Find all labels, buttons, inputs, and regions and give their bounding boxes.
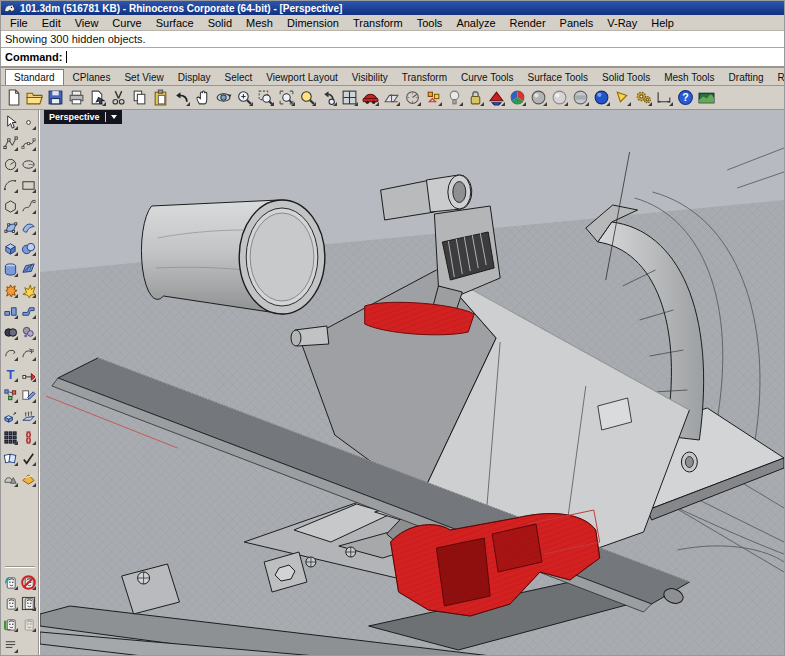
sidebar-button-fillet-bars[interactable]: [2, 303, 19, 320]
tab-display[interactable]: Display: [173, 70, 216, 85]
toolbar-button-osnap[interactable]: [423, 87, 444, 108]
chevron-down-icon[interactable]: [111, 115, 117, 119]
sidebar-button-copy-tilted[interactable]: [2, 450, 19, 467]
tab-curve-tools[interactable]: Curve Tools: [456, 70, 519, 85]
menu-tools[interactable]: Tools: [410, 16, 450, 30]
menu-view[interactable]: View: [68, 16, 106, 30]
viewport-canvas[interactable]: [40, 110, 784, 656]
toolbar-button-copy[interactable]: [129, 87, 150, 108]
toolbar-button-xray-sphere[interactable]: [570, 87, 591, 108]
sidebar-button-circle[interactable]: [2, 156, 19, 173]
toolbar-button-help[interactable]: ?: [675, 87, 696, 108]
sidebar-button-explode-orange[interactable]: [2, 282, 19, 299]
sidebar-button-change-layer[interactable]: [20, 387, 37, 404]
tab-mesh-tools[interactable]: Mesh Tools: [659, 70, 719, 85]
toolbar-button-viewport-layout[interactable]: [339, 87, 360, 108]
menu-panels[interactable]: Panels: [553, 16, 601, 30]
sidebar-button-ellipse[interactable]: [20, 156, 37, 173]
sidebar-button-move-point[interactable]: [20, 366, 37, 383]
toolbar-button-print[interactable]: [66, 87, 87, 108]
sidebar-button-arc[interactable]: [2, 177, 19, 194]
toolbar-button-ghosted-sphere[interactable]: [549, 87, 570, 108]
sidebar-button-face-show[interactable]: [2, 595, 19, 612]
sidebar-button-control-curve[interactable]: [20, 135, 37, 152]
menu-solid[interactable]: Solid: [201, 16, 239, 30]
sidebar-button-extrude-box[interactable]: [2, 408, 19, 425]
sidebar-button-curve-hook2[interactable]: [20, 345, 37, 362]
toolbar-button-rendered-sphere[interactable]: [591, 87, 612, 108]
toolbar-button-set-view[interactable]: [402, 87, 423, 108]
tab-set-view[interactable]: Set View: [119, 70, 168, 85]
toolbar-button-cplane-grid[interactable]: [381, 87, 402, 108]
sidebar-button-check[interactable]: [20, 450, 37, 467]
sidebar-button-array-grid[interactable]: [2, 429, 19, 446]
tab-viewport-layout[interactable]: Viewport Layout: [261, 70, 343, 85]
menu-help[interactable]: Help: [644, 16, 681, 30]
tab-visibility[interactable]: Visibility: [347, 70, 393, 85]
toolbar-button-shaded-sphere[interactable]: [528, 87, 549, 108]
menu-edit[interactable]: Edit: [35, 16, 68, 30]
toolbar-button-new-file[interactable]: [3, 87, 24, 108]
menu-dimension[interactable]: Dimension: [280, 16, 346, 30]
toolbar-button-save-file[interactable]: [45, 87, 66, 108]
toolbar-button-export-page[interactable]: [87, 87, 108, 108]
toolbar-button-zoom-window[interactable]: [255, 87, 276, 108]
viewport-title-tab[interactable]: Perspective: [44, 110, 122, 124]
toolbar-button-paste[interactable]: [150, 87, 171, 108]
command-line[interactable]: Command:: [1, 48, 784, 68]
sidebar-button-mesh-solid[interactable]: [20, 261, 37, 278]
motor-cylinder[interactable]: [141, 200, 324, 314]
sidebar-button-curve-hook[interactable]: [2, 345, 19, 362]
sidebar-button-face-pale[interactable]: [20, 616, 37, 633]
sidebar-button-boolean-spheres[interactable]: [20, 240, 37, 257]
toolbar-button-gears[interactable]: [633, 87, 654, 108]
tab-solid-tools[interactable]: Solid Tools: [597, 70, 655, 85]
toolbar-button-undo-view[interactable]: [318, 87, 339, 108]
tab-cplanes[interactable]: CPlanes: [68, 70, 116, 85]
sidebar-button-face-frame[interactable]: [20, 595, 37, 612]
sidebar-button-extrude-up[interactable]: [20, 408, 37, 425]
menu-analyze[interactable]: Analyze: [449, 16, 502, 30]
toolbar-button-zoom-selected[interactable]: [297, 87, 318, 108]
toolbar-button-cut[interactable]: [108, 87, 129, 108]
menu-transform[interactable]: Transform: [346, 16, 410, 30]
sidebar-button-polyline[interactable]: [2, 135, 19, 152]
tab-drafting[interactable]: Drafting: [724, 70, 769, 85]
toolbar-button-vray-frame[interactable]: [696, 87, 717, 108]
sidebar-button-diamond-eye[interactable]: [20, 471, 37, 488]
menu-mesh[interactable]: Mesh: [239, 16, 280, 30]
toolbar-button-zoom-extents[interactable]: [276, 87, 297, 108]
menu-render[interactable]: Render: [503, 16, 553, 30]
tab-transform[interactable]: Transform: [397, 70, 452, 85]
sidebar-button-chamfer-bars[interactable]: [20, 303, 37, 320]
sidebar-button-polygon[interactable]: [2, 198, 19, 215]
toolbar-button-pan-hand[interactable]: [192, 87, 213, 108]
sidebar-button-explode-yellow[interactable]: [20, 282, 37, 299]
toolbar-button-cone-yellow[interactable]: [612, 87, 633, 108]
tab-select[interactable]: Select: [220, 70, 258, 85]
menu-file[interactable]: File: [3, 16, 35, 30]
sidebar-button-group-squares[interactable]: [2, 387, 19, 404]
toolbar-button-lock[interactable]: [465, 87, 486, 108]
tab-surface-tools[interactable]: Surface Tools: [523, 70, 593, 85]
toolbar-button-zoom-plus[interactable]: [234, 87, 255, 108]
sidebar-button-face-swap[interactable]: [2, 574, 19, 591]
sidebar-button-text-t[interactable]: T: [2, 366, 19, 383]
toolbar-button-undo[interactable]: [171, 87, 192, 108]
tab-render[interactable]: Render: [773, 70, 784, 85]
sidebar-button-face-hide[interactable]: [20, 574, 37, 591]
perspective-viewport[interactable]: Perspective: [39, 110, 784, 656]
sidebar-button-srf-patch[interactable]: [20, 219, 37, 236]
menu-v-ray[interactable]: V-Ray: [600, 16, 644, 30]
sidebar-button-rectangle[interactable]: [20, 177, 37, 194]
sidebar-button-cap-solids[interactable]: [2, 471, 19, 488]
toolbar-button-lightbulb[interactable]: [444, 87, 465, 108]
sidebar-button-srf-control[interactable]: [2, 219, 19, 236]
tab-standard[interactable]: Standard: [5, 69, 64, 86]
toolbar-button-named-view-car[interactable]: [360, 87, 381, 108]
sidebar-button-pointer[interactable]: [2, 114, 19, 131]
toolbar-button-dimension[interactable]: [654, 87, 675, 108]
sidebar-button-point[interactable]: [20, 114, 37, 131]
sidebar-button-helix-curve[interactable]: [20, 198, 37, 215]
toolbar-button-rotate-view[interactable]: [213, 87, 234, 108]
